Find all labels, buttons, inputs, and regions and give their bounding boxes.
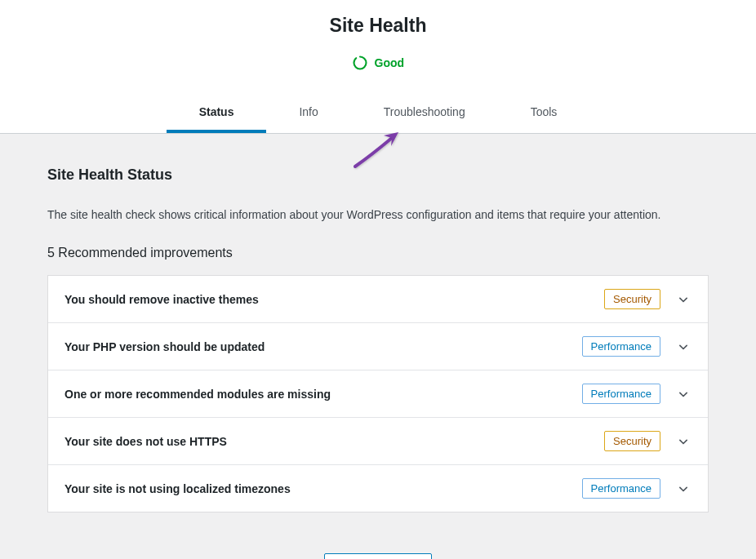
improvement-row[interactable]: You should remove inactive themes Securi… xyxy=(48,276,708,323)
badge-security: Security xyxy=(604,289,660,309)
improvement-row[interactable]: One or more recommended modules are miss… xyxy=(48,370,708,418)
improvement-title: One or more recommended modules are miss… xyxy=(64,388,582,401)
improvement-row[interactable]: Your site does not use HTTPS Security xyxy=(48,418,708,465)
improvement-title: Your PHP version should be updated xyxy=(64,340,582,353)
section-description: The site health check shows critical inf… xyxy=(47,208,709,221)
svg-point-0 xyxy=(354,57,366,69)
chevron-down-icon xyxy=(675,481,692,497)
badge-performance: Performance xyxy=(582,478,660,499)
chevron-down-icon xyxy=(675,339,692,355)
tabs: Status Info Troubleshooting Tools xyxy=(0,94,756,133)
badge-performance: Performance xyxy=(582,336,660,357)
badge-security: Security xyxy=(604,431,660,451)
tab-status[interactable]: Status xyxy=(167,94,267,133)
chevron-down-icon xyxy=(675,291,692,308)
improvements-panel: You should remove inactive themes Securi… xyxy=(47,275,709,512)
improvements-subheading: 5 Recommended improvements xyxy=(47,246,709,260)
arrow-annotation xyxy=(351,131,408,171)
chevron-down-icon xyxy=(675,386,692,402)
tab-troubleshooting[interactable]: Troubleshooting xyxy=(351,94,498,133)
badge-performance: Performance xyxy=(582,384,660,404)
status-circle-icon xyxy=(352,55,368,71)
passed-tests-button[interactable]: Passed tests xyxy=(324,553,432,559)
chevron-down-icon xyxy=(675,433,692,450)
improvement-title: Your site is not using localized timezon… xyxy=(64,482,582,495)
section-heading: Site Health Status xyxy=(47,166,709,184)
tab-info[interactable]: Info xyxy=(266,94,350,133)
improvement-row[interactable]: Your site is not using localized timezon… xyxy=(48,465,708,512)
status-indicator: Good xyxy=(0,47,756,94)
tab-tools[interactable]: Tools xyxy=(498,94,590,133)
improvement-row[interactable]: Your PHP version should be updated Perfo… xyxy=(48,323,708,370)
improvement-title: You should remove inactive themes xyxy=(64,293,604,306)
improvement-title: Your site does not use HTTPS xyxy=(64,435,604,448)
status-label: Good xyxy=(375,56,405,69)
page-title: Site Health xyxy=(0,0,756,47)
